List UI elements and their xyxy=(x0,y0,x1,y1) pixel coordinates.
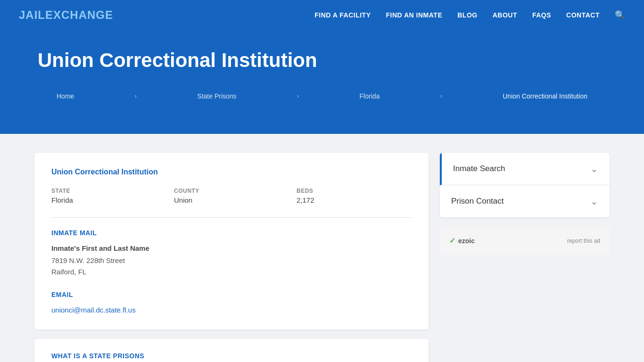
search-icon[interactable]: 🔍 xyxy=(615,10,625,20)
site-logo[interactable]: JAILEXCHANGE xyxy=(19,8,113,22)
state-value: Florida xyxy=(51,196,166,204)
divider-1 xyxy=(51,217,412,218)
info-grid: STATE Florida COUNTY Union BEDS 2,172 xyxy=(51,188,412,204)
email-link[interactable]: unionci@mail.dc.state.fl.us xyxy=(51,306,136,314)
nav-link-blog[interactable]: BLOG xyxy=(457,11,477,19)
nav-item-find-facility[interactable]: FIND A FACILITY xyxy=(314,11,371,19)
county-value: Union xyxy=(174,196,289,204)
chevron-down-icon-2: ⌄ xyxy=(590,196,598,207)
sidebar-item-inmate-search[interactable]: Inmate Search ⌄ xyxy=(440,153,610,185)
second-card-title: WHAT IS A STATE PRISONS xyxy=(51,352,412,360)
chevron-down-icon: ⌄ xyxy=(590,163,598,174)
state-label: STATE xyxy=(51,188,166,194)
nav-item-blog[interactable]: BLOG xyxy=(457,11,477,19)
mail-address-line1: 7819 N.W. 228th Street xyxy=(51,255,412,266)
nav-item-faqs[interactable]: FAQs xyxy=(532,11,551,19)
breadcrumb-home[interactable]: Home xyxy=(57,92,74,100)
breadcrumb-current: Union Correctional Institution xyxy=(503,92,587,100)
nav-link-find-inmate[interactable]: FIND AN INMATE xyxy=(386,11,442,19)
ezoic-check-icon: ✓ xyxy=(449,236,455,245)
navbar: JAILEXCHANGE FIND A FACILITY FIND AN INM… xyxy=(0,0,644,30)
facility-card-title: Union Correctional Institution xyxy=(51,168,412,176)
info-beds: BEDS 2,172 xyxy=(297,188,412,204)
sidebar: Inmate Search ⌄ Prison Contact ⌄ ✓ ezoic… xyxy=(440,153,610,255)
mail-name: Inmate's First and Last Name xyxy=(51,244,412,252)
inmate-mail-label: INMATE MAIL xyxy=(51,229,412,237)
nav-link-find-facility[interactable]: FIND A FACILITY xyxy=(314,11,371,19)
email-section: EMAIL unionci@mail.dc.state.fl.us xyxy=(51,291,412,314)
sidebar-card: Inmate Search ⌄ Prison Contact ⌄ xyxy=(440,153,610,217)
nav-item-contact[interactable]: CONTACT xyxy=(566,11,600,19)
sidebar-item-prison-contact[interactable]: Prison Contact ⌄ xyxy=(440,185,610,217)
main-column: Union Correctional Institution STATE Flo… xyxy=(34,153,429,362)
info-county: COUNTY Union xyxy=(174,188,289,204)
nav-link-contact[interactable]: CONTACT xyxy=(566,11,600,19)
content-area: Union Correctional Institution STATE Flo… xyxy=(16,134,628,362)
sidebar-inmate-search-label: Inmate Search xyxy=(453,164,505,173)
breadcrumb-florida[interactable]: Florida xyxy=(360,92,380,100)
second-card: WHAT IS A STATE PRISONS xyxy=(34,339,429,362)
mail-address: 7819 N.W. 228th Street Raiford, FL xyxy=(51,255,412,278)
breadcrumb-sep-2: › xyxy=(297,93,299,99)
logo-part2: EXCHANGE xyxy=(45,8,113,21)
ezoic-logo: ✓ ezoic xyxy=(449,236,475,245)
ad-area: ✓ ezoic report this ad xyxy=(440,227,610,255)
ezoic-label: ezoic xyxy=(458,237,475,245)
nav-link-about[interactable]: ABOUT xyxy=(493,11,517,19)
nav-link-faqs[interactable]: FAQs xyxy=(532,11,551,19)
beds-value: 2,172 xyxy=(297,196,412,204)
nav-item-about[interactable]: ABOUT xyxy=(493,11,517,19)
breadcrumb-sep-1: › xyxy=(135,93,137,99)
report-ad-link[interactable]: report this ad xyxy=(567,238,600,244)
info-state: STATE Florida xyxy=(51,188,166,204)
nav-item-find-inmate[interactable]: FIND AN INMATE xyxy=(386,11,442,19)
nav-search-button[interactable]: 🔍 xyxy=(615,10,625,20)
county-label: COUNTY xyxy=(174,188,289,194)
breadcrumb-state-prisons[interactable]: State Prisons xyxy=(197,92,236,100)
page-title: Union Correctional Institution xyxy=(38,49,606,72)
nav-links: FIND A FACILITY FIND AN INMATE BLOG ABOU… xyxy=(314,10,625,20)
breadcrumb-sep-3: › xyxy=(440,93,442,99)
logo-part1: JAIL xyxy=(19,8,45,21)
hero-section: Union Correctional Institution Home › St… xyxy=(0,30,644,134)
email-label: EMAIL xyxy=(51,291,412,298)
sidebar-prison-contact-label: Prison Contact xyxy=(451,197,504,206)
breadcrumb: Home › State Prisons › Florida › Union C… xyxy=(38,81,606,111)
mail-address-line2: Raiford, FL xyxy=(51,266,412,278)
beds-label: BEDS xyxy=(297,188,412,194)
facility-card: Union Correctional Institution STATE Flo… xyxy=(34,153,429,329)
